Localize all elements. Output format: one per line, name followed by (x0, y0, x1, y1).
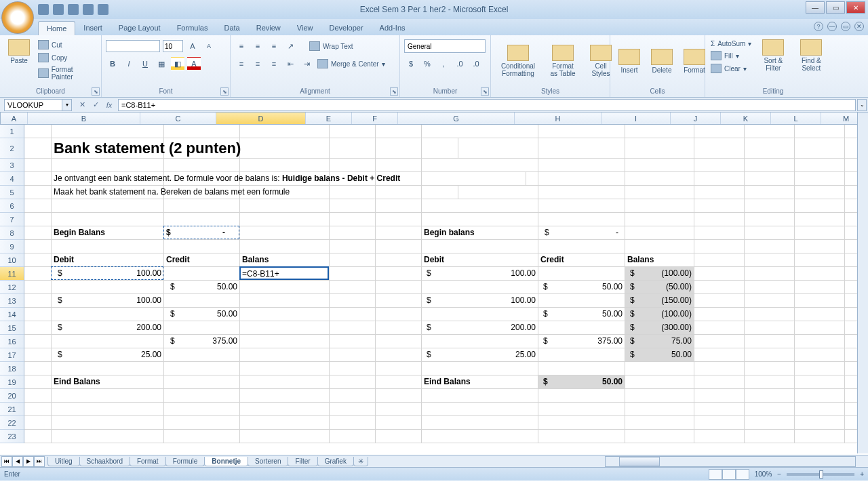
cell[interactable]: $(100.00) (625, 267, 694, 281)
sheet-tab-grafiek[interactable]: Grafiek (317, 457, 354, 466)
column-header[interactable]: I (601, 113, 671, 124)
insert-button[interactable]: Insert (614, 47, 644, 75)
dialog-launcher-icon[interactable]: ⬊ (481, 87, 489, 96)
cell[interactable]: $25.00 (422, 348, 538, 362)
merge-center-button[interactable]: Merge & Center ▾ (316, 58, 387, 69)
column-header[interactable]: G (398, 113, 515, 124)
formula-bar[interactable]: =C8-B11+ (118, 99, 856, 111)
zoom-slider[interactable] (787, 473, 854, 476)
row-header[interactable]: 20 (0, 389, 24, 403)
row-header[interactable]: 22 (0, 416, 24, 430)
copy-button[interactable]: Copy (37, 52, 97, 63)
horizontal-scrollbar[interactable] (605, 456, 856, 467)
cell[interactable]: Debit (422, 253, 538, 267)
increase-decimal-button[interactable]: .0 (453, 57, 467, 70)
italic-button[interactable]: I (122, 57, 136, 70)
comma-button[interactable]: , (437, 57, 450, 70)
align-right-button[interactable]: ≡ (267, 57, 281, 70)
sheet-tab-uitleg[interactable]: Uitleg (47, 457, 80, 466)
sheet-tab-bonnetje[interactable]: Bonnetje (204, 457, 248, 466)
align-bottom-button[interactable]: ≡ (267, 39, 281, 53)
cell[interactable]: Balans (240, 253, 330, 267)
row-header[interactable]: 4 (0, 172, 24, 186)
column-header[interactable]: A (1, 113, 28, 124)
expand-formula-icon[interactable]: ⌄ (857, 99, 867, 111)
find-select-button[interactable]: Find & Select (793, 38, 829, 73)
cell[interactable]: $100.00 (422, 267, 538, 281)
ribbon-tab-home[interactable]: Home (38, 21, 75, 35)
cell[interactable]: $100.00 (52, 294, 164, 308)
zoom-level[interactable]: 100% (755, 470, 772, 478)
cell[interactable]: $100.00 (52, 267, 164, 281)
cell[interactable]: $75.00 (625, 335, 694, 348)
font-color-button[interactable]: A (187, 57, 201, 70)
wrap-text-button[interactable]: Wrap Text (308, 41, 355, 52)
fill-button[interactable]: Fill ▾ (709, 50, 753, 61)
sheet-tab-filter[interactable]: Filter (288, 457, 317, 466)
align-top-button[interactable]: ≡ (235, 39, 248, 53)
cell[interactable]: $375.00 (538, 335, 625, 348)
vertical-scrollbar[interactable] (857, 113, 868, 453)
cell[interactable]: Begin Balans (52, 226, 164, 240)
cell[interactable]: Bank statement (2 punten) (52, 138, 458, 159)
row-header[interactable]: 12 (0, 281, 24, 294)
row-header[interactable]: 17 (0, 348, 24, 362)
row-header[interactable]: 3 (0, 159, 24, 172)
align-left-button[interactable]: ≡ (235, 57, 248, 70)
ribbon-tab-page-layout[interactable]: Page Layout (111, 21, 169, 35)
conditional-formatting-button[interactable]: Conditional Formatting (495, 43, 541, 79)
cell[interactable]: $50.00 (164, 308, 240, 321)
row-header[interactable]: 14 (0, 308, 24, 321)
column-header[interactable]: D (216, 113, 306, 124)
ribbon-tab-insert[interactable]: Insert (75, 21, 111, 35)
cell[interactable]: Maak het bank statement na. Bereken de b… (52, 186, 458, 199)
row-header[interactable]: 18 (0, 362, 24, 375)
row-header[interactable]: 9 (0, 240, 24, 253)
dialog-launcher-icon[interactable]: ⬊ (92, 87, 100, 96)
page-break-view-button[interactable] (736, 469, 749, 480)
row-header[interactable]: 13 (0, 294, 24, 308)
save-icon[interactable] (38, 4, 49, 15)
cell[interactable]: $100.00 (422, 294, 538, 308)
align-middle-button[interactable]: ≡ (251, 39, 264, 53)
font-select[interactable] (106, 40, 160, 52)
fill-color-button[interactable]: ◧ (171, 57, 184, 70)
cell[interactable]: Balans (625, 253, 694, 267)
row-header[interactable]: 19 (0, 375, 24, 389)
cell[interactable]: $50.00 (538, 308, 625, 321)
align-center-button[interactable]: ≡ (251, 57, 264, 70)
cell[interactable]: $25.00 (52, 348, 164, 362)
close-workbook-icon[interactable]: ✕ (854, 22, 864, 31)
dialog-launcher-icon[interactable]: ⬊ (390, 87, 398, 96)
ribbon-tab-view[interactable]: View (289, 21, 321, 35)
cell[interactable]: $50.00 (538, 281, 625, 294)
sheet-tab-sorteren[interactable]: Sorteren (248, 457, 288, 466)
insert-sheet-button[interactable]: ✳ (353, 457, 368, 466)
cell[interactable]: $200.00 (52, 321, 164, 335)
paste-button[interactable]: Paste (4, 38, 34, 66)
cell[interactable]: Eind Balans (422, 375, 538, 389)
minimize-ribbon-icon[interactable]: — (827, 22, 837, 31)
column-header[interactable]: H (515, 113, 601, 124)
shrink-font-button[interactable]: A (202, 39, 216, 53)
cell[interactable]: $(50.00) (625, 281, 694, 294)
percent-button[interactable]: % (420, 57, 434, 70)
row-header[interactable]: 21 (0, 403, 24, 416)
cell[interactable]: $375.00 (164, 335, 240, 348)
zoom-out-button[interactable]: − (777, 470, 781, 478)
cell[interactable]: $200.00 (422, 321, 538, 335)
spreadsheet-grid[interactable]: ABCDEFGHIJKLM 12345678910111213141516171… (0, 113, 868, 455)
cell[interactable]: Credit (538, 253, 625, 267)
cell[interactable]: $- (164, 226, 240, 240)
ribbon-tab-add-ins[interactable]: Add-Ins (372, 21, 414, 35)
cell[interactable]: $(150.00) (625, 294, 694, 308)
next-sheet-button[interactable]: ▶ (23, 456, 34, 467)
underline-button[interactable]: U (138, 57, 152, 70)
cell[interactable]: Je ontvangt een bank statement. De formu… (52, 172, 526, 186)
row-header[interactable]: 10 (0, 253, 24, 267)
column-header[interactable]: F (352, 113, 398, 124)
grow-font-button[interactable]: A (186, 39, 199, 53)
column-header[interactable]: E (306, 113, 352, 124)
autosum-button[interactable]: Σ AutoSum ▾ (709, 39, 753, 48)
cell[interactable]: $50.00 (164, 281, 240, 294)
